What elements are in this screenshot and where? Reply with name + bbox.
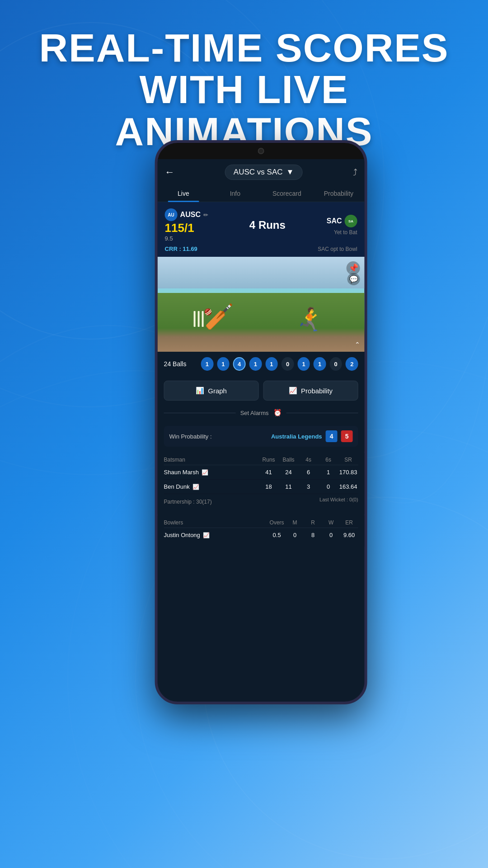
hero-section: REAL-TIME SCORES WITH LIVE ANIMATIONS <box>0 27 488 152</box>
hero-title-line1: REAL-TIME SCORES <box>39 25 449 70</box>
runs-label: 4 Runs <box>249 219 286 231</box>
crr-value: CRR : 11.69 <box>165 245 197 252</box>
app-header: ← AUSC vs SAC ▼ ⤴ <box>158 159 365 185</box>
set-alarms-label: Set Alarms <box>240 410 269 416</box>
win-prob-label: Win Probability : <box>169 433 212 440</box>
m-col-header: M <box>286 519 304 526</box>
balls-section: 24 Balls 1 1 4 1 1 0 1 1 0 2 <box>158 352 365 376</box>
action-buttons: 📊 Graph 📈 Probability <box>158 376 365 405</box>
batting-stats-header: Batsman Runs Balls 4s 6s SR <box>164 453 358 465</box>
bowler-figure: 🏃 <box>296 307 324 333</box>
bowling-stats-header: Bowlers Overs M R W ER <box>164 516 358 528</box>
balls-label: 24 Balls <box>164 360 196 368</box>
team-left-flag: AU <box>165 208 178 221</box>
tab-bar: Live Info Scorecard Probability <box>158 185 365 202</box>
win-prob-row: Win Probability : Australia Legends 4 5 <box>164 426 358 447</box>
team-left: AU AUSC ✏ 115/1 9.5 <box>165 208 208 242</box>
win-probability-section: Win Probability : Australia Legends 4 5 <box>158 421 365 451</box>
ball-5: 1 <box>265 357 278 371</box>
ball-7: 1 <box>297 357 310 371</box>
team-right-name: SAC <box>327 217 342 225</box>
graph-chart-icon: 📊 <box>196 387 204 395</box>
partnership-label: Partnership : 30(17) <box>164 496 212 508</box>
last-wicket-label: Last Wicket : 0(0) <box>319 496 358 508</box>
ben-sr: 163.64 <box>338 483 358 490</box>
chat-icon[interactable]: 💬 <box>347 273 360 285</box>
dropdown-chevron-icon: ▼ <box>286 168 294 177</box>
cricket-animation: 🏏 🏃 📌 💬 ⌃ <box>158 257 365 352</box>
team-right: SAC SA Yet to Bat <box>327 215 357 236</box>
team-right-flag: SA <box>345 215 357 227</box>
er-col-header: ER <box>340 519 358 526</box>
win-prob-badge-1: 4 <box>326 430 338 442</box>
batsman-shaun-name: Shaun Marsh <box>164 469 199 476</box>
overs-col-header: Overs <box>268 519 286 526</box>
stump-2 <box>198 311 200 327</box>
stumps <box>194 311 204 327</box>
sixes-col-header: 6s <box>319 457 338 463</box>
tab-info[interactable]: Info <box>209 185 261 202</box>
tab-live[interactable]: Live <box>158 185 210 202</box>
win-prob-team: Australia Legends <box>271 433 322 440</box>
trend-icon-ben: 📈 <box>192 484 199 490</box>
share-button[interactable]: ⤴ <box>353 167 357 178</box>
justin-overs: 0.5 <box>268 532 286 538</box>
shaun-sixes: 1 <box>319 469 338 476</box>
balls-col-header: Balls <box>279 457 299 463</box>
shaun-fours: 6 <box>299 469 319 476</box>
back-button[interactable]: ← <box>165 166 175 178</box>
app-content: ← AUSC vs SAC ▼ ⤴ Live Info Scorecard <box>158 159 365 702</box>
team-left-name: AUSC <box>180 211 201 219</box>
justin-w: 0 <box>322 532 340 538</box>
graph-button[interactable]: 📊 Graph <box>164 381 259 401</box>
tab-probability[interactable]: Probability <box>313 185 365 202</box>
batting-stats-table: Batsman Runs Balls 4s 6s SR Shaun Marsh … <box>158 453 365 514</box>
batsman-figure: 🏏 <box>203 302 234 331</box>
tab-scorecard[interactable]: Scorecard <box>261 185 313 202</box>
opt-label: SAC opt to Bowl <box>318 246 357 252</box>
ball-4: 1 <box>249 357 262 371</box>
ball-6: 0 <box>282 357 294 371</box>
batting-row-shaun: Shaun Marsh 📈 41 24 6 1 170.83 <box>164 465 358 480</box>
ball-8: 1 <box>314 357 326 371</box>
match-title: AUSC vs SAC <box>234 168 283 177</box>
batsman-col-header: Batsman <box>164 457 259 463</box>
set-alarms-row: Set Alarms ⏰ <box>158 405 365 420</box>
pitch-area <box>158 293 365 352</box>
ball-1: 1 <box>201 357 214 371</box>
stadium-stands <box>158 257 365 288</box>
probability-chart-icon: 📈 <box>289 387 297 395</box>
bowler-justin-name: Justin Ontong <box>164 532 200 538</box>
win-prob-badge-2: 5 <box>341 430 353 442</box>
bowling-row-justin: Justin Ontong 📈 0.5 0 8 0 9.60 <box>164 528 358 542</box>
alarm-clock-icon[interactable]: ⏰ <box>273 409 282 417</box>
ben-balls: 11 <box>279 483 299 490</box>
current-runs-display: 4 Runs <box>249 219 286 231</box>
fours-col-header: 4s <box>299 457 319 463</box>
justin-er: 9.60 <box>340 532 358 538</box>
shaun-balls: 24 <box>279 469 299 476</box>
win-prob-right: Australia Legends 4 5 <box>271 430 353 442</box>
score-section: AU AUSC ✏ 115/1 9.5 4 Runs <box>158 202 365 257</box>
justin-m: 0 <box>286 532 304 538</box>
phone-mockup: ← AUSC vs SAC ▼ ⤴ Live Info Scorecard <box>155 140 367 704</box>
trend-icon-shaun: 📈 <box>202 469 208 476</box>
bowlers-col-header: Bowlers <box>164 519 268 526</box>
power-button <box>366 188 367 220</box>
ball-10: 2 <box>346 357 358 371</box>
match-title-pill[interactable]: AUSC vs SAC ▼ <box>225 165 302 180</box>
edit-icon: ✏ <box>203 212 208 218</box>
probability-button[interactable]: 📈 Probability <box>263 381 358 401</box>
phone-frame: ← AUSC vs SAC ▼ ⤴ Live Info Scorecard <box>155 140 367 704</box>
batsman-shaun-cell: Shaun Marsh 📈 <box>164 469 259 476</box>
shaun-sr: 170.83 <box>338 469 358 476</box>
volume-down-button <box>366 229 367 260</box>
runs-col-header: Runs <box>259 457 279 463</box>
r-col-header: R <box>304 519 322 526</box>
batsman-ben-cell: Ben Dunk 📈 <box>164 483 259 490</box>
alarm-line-left <box>164 413 236 413</box>
bowling-stats-table: Bowlers Overs M R W ER Justin Ontong 📈 0… <box>158 516 365 547</box>
batting-row-ben: Ben Dunk 📈 18 11 3 0 163.64 <box>164 480 358 494</box>
camera-dot <box>258 148 264 154</box>
expand-icon[interactable]: ⌃ <box>355 341 360 348</box>
